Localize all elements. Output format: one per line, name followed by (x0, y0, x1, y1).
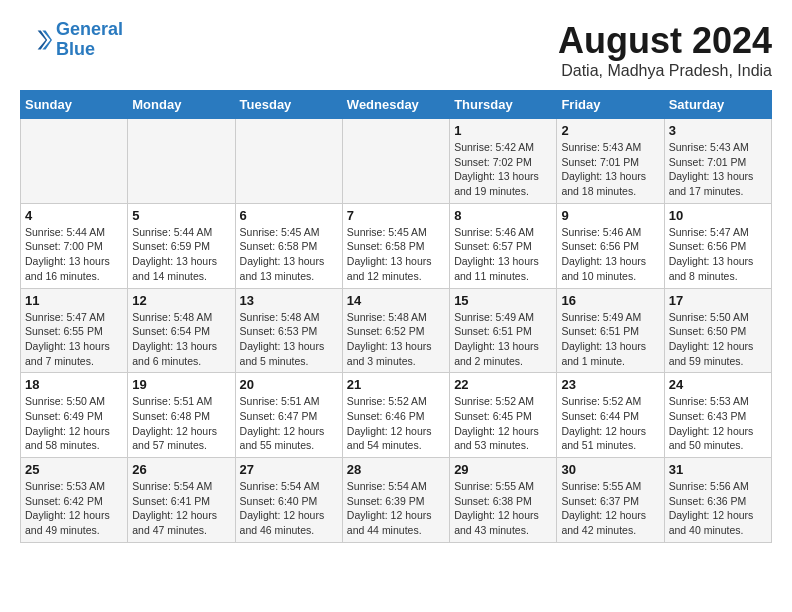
calendar-cell (128, 119, 235, 204)
calendar-cell: 5Sunrise: 5:44 AM Sunset: 6:59 PM Daylig… (128, 203, 235, 288)
calendar-cell: 21Sunrise: 5:52 AM Sunset: 6:46 PM Dayli… (342, 373, 449, 458)
calendar-body: 1Sunrise: 5:42 AM Sunset: 7:02 PM Daylig… (21, 119, 772, 543)
day-number: 5 (132, 208, 230, 223)
day-detail: Sunrise: 5:46 AM Sunset: 6:56 PM Dayligh… (561, 225, 659, 284)
day-number: 25 (25, 462, 123, 477)
calendar-cell: 24Sunrise: 5:53 AM Sunset: 6:43 PM Dayli… (664, 373, 771, 458)
day-detail: Sunrise: 5:54 AM Sunset: 6:41 PM Dayligh… (132, 479, 230, 538)
calendar-cell: 1Sunrise: 5:42 AM Sunset: 7:02 PM Daylig… (450, 119, 557, 204)
calendar-cell: 22Sunrise: 5:52 AM Sunset: 6:45 PM Dayli… (450, 373, 557, 458)
day-number: 7 (347, 208, 445, 223)
calendar-cell: 17Sunrise: 5:50 AM Sunset: 6:50 PM Dayli… (664, 288, 771, 373)
day-detail: Sunrise: 5:42 AM Sunset: 7:02 PM Dayligh… (454, 140, 552, 199)
day-number: 10 (669, 208, 767, 223)
calendar-cell: 6Sunrise: 5:45 AM Sunset: 6:58 PM Daylig… (235, 203, 342, 288)
day-detail: Sunrise: 5:49 AM Sunset: 6:51 PM Dayligh… (454, 310, 552, 369)
day-number: 3 (669, 123, 767, 138)
logo-text: General Blue (56, 20, 123, 60)
main-title: August 2024 (558, 20, 772, 62)
calendar-cell: 19Sunrise: 5:51 AM Sunset: 6:48 PM Dayli… (128, 373, 235, 458)
subtitle: Datia, Madhya Pradesh, India (558, 62, 772, 80)
week-row-2: 4Sunrise: 5:44 AM Sunset: 7:00 PM Daylig… (21, 203, 772, 288)
day-number: 6 (240, 208, 338, 223)
header-day-wednesday: Wednesday (342, 91, 449, 119)
day-detail: Sunrise: 5:45 AM Sunset: 6:58 PM Dayligh… (347, 225, 445, 284)
day-detail: Sunrise: 5:53 AM Sunset: 6:43 PM Dayligh… (669, 394, 767, 453)
day-number: 24 (669, 377, 767, 392)
day-detail: Sunrise: 5:43 AM Sunset: 7:01 PM Dayligh… (561, 140, 659, 199)
day-number: 31 (669, 462, 767, 477)
logo-line1: General (56, 19, 123, 39)
day-detail: Sunrise: 5:44 AM Sunset: 6:59 PM Dayligh… (132, 225, 230, 284)
day-detail: Sunrise: 5:52 AM Sunset: 6:45 PM Dayligh… (454, 394, 552, 453)
calendar-table: SundayMondayTuesdayWednesdayThursdayFrid… (20, 90, 772, 543)
day-detail: Sunrise: 5:43 AM Sunset: 7:01 PM Dayligh… (669, 140, 767, 199)
day-number: 12 (132, 293, 230, 308)
calendar-cell: 14Sunrise: 5:48 AM Sunset: 6:52 PM Dayli… (342, 288, 449, 373)
calendar-cell: 9Sunrise: 5:46 AM Sunset: 6:56 PM Daylig… (557, 203, 664, 288)
calendar-cell: 28Sunrise: 5:54 AM Sunset: 6:39 PM Dayli… (342, 458, 449, 543)
day-number: 11 (25, 293, 123, 308)
day-number: 22 (454, 377, 552, 392)
header-day-sunday: Sunday (21, 91, 128, 119)
day-detail: Sunrise: 5:50 AM Sunset: 6:49 PM Dayligh… (25, 394, 123, 453)
logo: General Blue (20, 20, 123, 60)
calendar-cell (21, 119, 128, 204)
day-number: 8 (454, 208, 552, 223)
calendar-cell: 13Sunrise: 5:48 AM Sunset: 6:53 PM Dayli… (235, 288, 342, 373)
calendar-cell: 29Sunrise: 5:55 AM Sunset: 6:38 PM Dayli… (450, 458, 557, 543)
day-number: 9 (561, 208, 659, 223)
header-row: SundayMondayTuesdayWednesdayThursdayFrid… (21, 91, 772, 119)
day-number: 26 (132, 462, 230, 477)
day-detail: Sunrise: 5:49 AM Sunset: 6:51 PM Dayligh… (561, 310, 659, 369)
day-detail: Sunrise: 5:48 AM Sunset: 6:52 PM Dayligh… (347, 310, 445, 369)
day-detail: Sunrise: 5:56 AM Sunset: 6:36 PM Dayligh… (669, 479, 767, 538)
day-detail: Sunrise: 5:52 AM Sunset: 6:46 PM Dayligh… (347, 394, 445, 453)
day-number: 14 (347, 293, 445, 308)
day-number: 1 (454, 123, 552, 138)
day-detail: Sunrise: 5:47 AM Sunset: 6:56 PM Dayligh… (669, 225, 767, 284)
page-header: General Blue August 2024 Datia, Madhya P… (20, 20, 772, 80)
day-detail: Sunrise: 5:55 AM Sunset: 6:37 PM Dayligh… (561, 479, 659, 538)
calendar-cell: 16Sunrise: 5:49 AM Sunset: 6:51 PM Dayli… (557, 288, 664, 373)
day-detail: Sunrise: 5:51 AM Sunset: 6:48 PM Dayligh… (132, 394, 230, 453)
day-detail: Sunrise: 5:48 AM Sunset: 6:54 PM Dayligh… (132, 310, 230, 369)
calendar-cell (235, 119, 342, 204)
calendar-cell: 10Sunrise: 5:47 AM Sunset: 6:56 PM Dayli… (664, 203, 771, 288)
day-detail: Sunrise: 5:51 AM Sunset: 6:47 PM Dayligh… (240, 394, 338, 453)
day-number: 17 (669, 293, 767, 308)
day-number: 13 (240, 293, 338, 308)
calendar-cell: 4Sunrise: 5:44 AM Sunset: 7:00 PM Daylig… (21, 203, 128, 288)
day-number: 29 (454, 462, 552, 477)
day-number: 20 (240, 377, 338, 392)
day-detail: Sunrise: 5:55 AM Sunset: 6:38 PM Dayligh… (454, 479, 552, 538)
day-number: 27 (240, 462, 338, 477)
calendar-cell: 25Sunrise: 5:53 AM Sunset: 6:42 PM Dayli… (21, 458, 128, 543)
calendar-cell: 30Sunrise: 5:55 AM Sunset: 6:37 PM Dayli… (557, 458, 664, 543)
calendar-cell: 12Sunrise: 5:48 AM Sunset: 6:54 PM Dayli… (128, 288, 235, 373)
day-number: 16 (561, 293, 659, 308)
calendar-cell: 27Sunrise: 5:54 AM Sunset: 6:40 PM Dayli… (235, 458, 342, 543)
day-detail: Sunrise: 5:44 AM Sunset: 7:00 PM Dayligh… (25, 225, 123, 284)
calendar-header: SundayMondayTuesdayWednesdayThursdayFrid… (21, 91, 772, 119)
title-block: August 2024 Datia, Madhya Pradesh, India (558, 20, 772, 80)
week-row-4: 18Sunrise: 5:50 AM Sunset: 6:49 PM Dayli… (21, 373, 772, 458)
calendar-cell: 11Sunrise: 5:47 AM Sunset: 6:55 PM Dayli… (21, 288, 128, 373)
day-detail: Sunrise: 5:50 AM Sunset: 6:50 PM Dayligh… (669, 310, 767, 369)
day-number: 21 (347, 377, 445, 392)
day-detail: Sunrise: 5:52 AM Sunset: 6:44 PM Dayligh… (561, 394, 659, 453)
header-day-tuesday: Tuesday (235, 91, 342, 119)
calendar-cell: 8Sunrise: 5:46 AM Sunset: 6:57 PM Daylig… (450, 203, 557, 288)
day-detail: Sunrise: 5:45 AM Sunset: 6:58 PM Dayligh… (240, 225, 338, 284)
header-day-monday: Monday (128, 91, 235, 119)
day-detail: Sunrise: 5:54 AM Sunset: 6:39 PM Dayligh… (347, 479, 445, 538)
day-detail: Sunrise: 5:46 AM Sunset: 6:57 PM Dayligh… (454, 225, 552, 284)
calendar-cell: 18Sunrise: 5:50 AM Sunset: 6:49 PM Dayli… (21, 373, 128, 458)
calendar-cell: 20Sunrise: 5:51 AM Sunset: 6:47 PM Dayli… (235, 373, 342, 458)
calendar-cell: 15Sunrise: 5:49 AM Sunset: 6:51 PM Dayli… (450, 288, 557, 373)
header-day-saturday: Saturday (664, 91, 771, 119)
day-number: 4 (25, 208, 123, 223)
logo-icon (20, 24, 52, 56)
calendar-cell: 7Sunrise: 5:45 AM Sunset: 6:58 PM Daylig… (342, 203, 449, 288)
week-row-3: 11Sunrise: 5:47 AM Sunset: 6:55 PM Dayli… (21, 288, 772, 373)
